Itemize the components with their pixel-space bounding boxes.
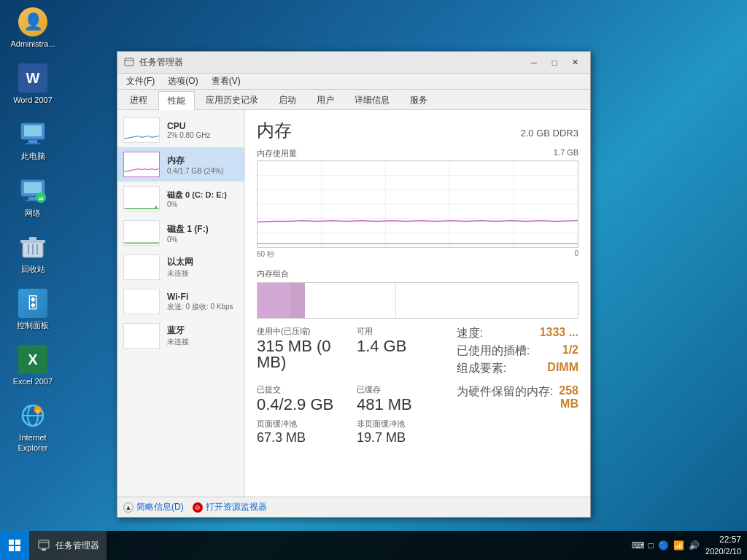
pc-icon <box>18 120 47 149</box>
reserved-value: 258 MB <box>559 384 578 411</box>
svg-rect-25 <box>124 187 158 211</box>
sidebar-item-disk0[interactable]: 磁盘 0 (C: D: E:) 0% <box>117 182 244 216</box>
cpu-label: CPU <box>167 121 210 131</box>
desktop-icon-word[interactable]: W Word 2007 <box>7 63 58 105</box>
tab-process[interactable]: 进程 <box>120 90 157 109</box>
sidebar-item-bluetooth[interactable]: 蓝牙 未连接 <box>117 319 244 353</box>
ie-icon-label: InternetExplorer <box>18 433 48 452</box>
bluetooth-info: 蓝牙 未连接 <box>167 324 189 347</box>
monitor-link[interactable]: ⊘ 打开资源监视器 <box>193 501 267 513</box>
chart-time-left: 60 秒 <box>257 249 274 260</box>
available-value: 1.4 GB <box>357 338 445 354</box>
keyboard-icon: ⌨ <box>632 540 644 551</box>
taskbar-clock[interactable]: 22:57 2020/2/10 <box>705 534 741 556</box>
menu-file[interactable]: 文件(F) <box>120 74 160 89</box>
summary-label: 简略信息(D) <box>136 501 184 513</box>
control-icon: 🎛 <box>18 289 47 318</box>
control-icon-label: 控制面板 <box>17 321 49 330</box>
menu-view[interactable]: 查看(V) <box>206 74 247 89</box>
window-title-text: 任务管理器 <box>139 56 525 69</box>
svg-rect-44 <box>15 540 20 545</box>
window-title-icon <box>123 57 135 69</box>
svg-rect-43 <box>9 540 14 545</box>
tab-users[interactable]: 用户 <box>307 90 344 109</box>
sidebar-item-memory[interactable]: 内存 0.4/1.7 GB (24%) <box>117 147 244 182</box>
window-tabs: 进程 性能 应用历史记录 启动 用户 详细信息 服务 <box>117 90 590 110</box>
monitor-label: 打开资源监视器 <box>206 501 267 513</box>
panel-title: 内存 <box>257 119 292 142</box>
tab-details[interactable]: 详细信息 <box>345 90 399 109</box>
cpu-mini-chart <box>123 117 160 143</box>
memory-info: 内存 0.4/1.7 GB (24%) <box>167 155 223 175</box>
stats-grid: 使用中(已压缩) 315 MB (0 MB) 可用 1.4 GB 速度: 133… <box>257 326 578 444</box>
sidebar: CPU 2% 0.80 GHz 内存 0.4/1.7 GB (24%) <box>117 110 245 497</box>
desktop-icon-pc[interactable]: 此电脑 <box>7 120 58 161</box>
tab-services[interactable]: 服务 <box>400 90 437 109</box>
stat-in-use: 使用中(已压缩) 315 MB (0 MB) <box>257 326 345 378</box>
start-button[interactable] <box>0 531 29 560</box>
disk0-mini-chart <box>123 186 160 211</box>
svg-rect-46 <box>15 546 20 551</box>
slots-value: 1/2 <box>562 343 578 359</box>
chart-time-right: 0 <box>574 249 578 260</box>
chart-usage-label: 内存使用量 <box>257 148 297 159</box>
taskbar-system-icons: ⌨ □ 🔵 📶 🔊 <box>632 540 700 551</box>
tab-performance[interactable]: 性能 <box>158 91 195 110</box>
available-label: 可用 <box>357 326 445 337</box>
sidebar-item-disk1[interactable]: 磁盘 1 (F:) 0% <box>117 216 244 250</box>
monitor-icon: ⊘ <box>193 502 203 513</box>
chart-label-row: 内存使用量 1.7 GB <box>257 148 578 159</box>
in-use-value: 315 MB (0 MB) <box>257 338 345 370</box>
stat-committed: 已提交 0.4/2.9 GB <box>257 384 345 413</box>
sidebar-item-cpu[interactable]: CPU 2% 0.80 GHz <box>117 113 244 147</box>
reserved-label: 为硬件保留的内存: <box>457 384 553 411</box>
maximize-button[interactable]: □ <box>545 55 564 70</box>
sidebar-item-wifi[interactable]: Wi-Fi 发送: 0 接收: 0 Kbps <box>117 284 244 319</box>
svg-rect-23 <box>124 118 158 142</box>
cpu-info: CPU 2% 0.80 GHz <box>167 121 210 139</box>
disk0-info: 磁盘 0 (C: D: E:) 0% <box>167 190 227 209</box>
word-icon-label: Word 2007 <box>13 96 53 105</box>
desktop-icon-recycle[interactable]: 回收站 <box>7 233 58 274</box>
slots-label: 已使用的插槽: <box>457 343 530 359</box>
stat-cached: 已缓存 481 MB <box>357 384 445 413</box>
speed-value: 1333 ... <box>540 326 578 341</box>
menu-options[interactable]: 选项(O) <box>162 74 204 89</box>
network-icon-label: 网络 <box>25 209 41 218</box>
disk1-label: 磁盘 1 (F:) <box>167 223 209 236</box>
comp-free <box>396 283 578 318</box>
svg-rect-45 <box>9 546 14 551</box>
desktop-icon-excel[interactable]: X Excel 2007 <box>7 345 58 386</box>
tab-startup[interactable]: 启动 <box>269 90 306 109</box>
ethernet-label: 以太网 <box>167 256 193 268</box>
close-button[interactable]: ✕ <box>565 55 584 70</box>
desktop-icon-network[interactable]: ⇄ 网络 <box>7 176 58 218</box>
reserved-row: 为硬件保留的内存: 258 MB <box>457 384 578 411</box>
recycle-icon <box>18 233 47 262</box>
desktop-icon-admin[interactable]: 👤 Administra... <box>7 7 58 49</box>
sidebar-item-ethernet[interactable]: 以太网 未连接 <box>117 250 244 284</box>
desktop-icon-control[interactable]: 🎛 控制面板 <box>7 289 58 330</box>
chevron-icon: ▲ <box>123 502 133 513</box>
cached-value: 481 MB <box>357 397 445 413</box>
bluetooth-sublabel: 未连接 <box>167 337 189 347</box>
summary-link[interactable]: ▲ 简略信息(D) <box>123 501 184 513</box>
nonpaged-pool-value: 19.7 MB <box>357 431 445 444</box>
tab-app-history[interactable]: 应用历史记录 <box>196 90 268 109</box>
recycle-icon-label: 回收站 <box>21 265 45 274</box>
window-titlebar: 任务管理器 ─ □ ✕ <box>117 52 590 74</box>
minimize-button[interactable]: ─ <box>525 55 543 70</box>
taskbar-item-label: 任务管理器 <box>55 540 99 552</box>
panel-header: 内存 2.0 GB DDR3 <box>257 119 578 142</box>
desktop-icon-ie[interactable]: e InternetExplorer <box>7 401 58 452</box>
speed-row: 速度: 1333 ... <box>457 326 578 341</box>
taskview-icon: □ <box>649 540 654 551</box>
paged-pool-value: 67.3 MB <box>257 431 345 444</box>
taskmgr-taskbar-icon <box>36 538 51 553</box>
clock-date: 2020/2/10 <box>705 546 741 556</box>
svg-rect-12 <box>29 237 36 241</box>
taskbar-item-taskmgr[interactable]: 任务管理器 <box>29 531 107 560</box>
cached-label: 已缓存 <box>357 384 445 395</box>
pc-icon-label: 此电脑 <box>21 152 45 161</box>
ethernet-mini-chart <box>123 254 160 280</box>
